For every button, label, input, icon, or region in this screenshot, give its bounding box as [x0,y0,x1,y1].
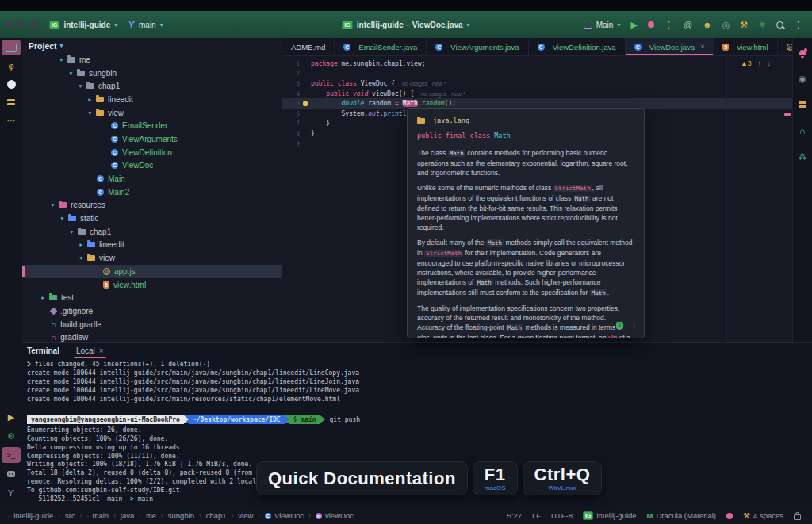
project-widget[interactable]: IG intellij-guide ▾ [49,21,117,29]
tree-item-main[interactable]: CMain [22,172,282,186]
tree-item-view[interactable]: ▾view [22,251,282,265]
tree-chevron-icon[interactable]: ▸ [40,294,47,301]
gradle-icon[interactable]: ∩ [793,122,812,140]
tree-item-me[interactable]: ▾me [22,53,282,67]
breadcrumb-me[interactable]: me [146,511,156,520]
tree-chevron-icon[interactable]: ▾ [68,228,75,235]
ai-assistant-icon[interactable]: @ [684,21,692,29]
tab-adme-md[interactable]: ADME.md [282,38,335,55]
tree-item-lineedit[interactable]: ▸lineedit [22,239,282,252]
settings-icon[interactable]: ⚙ [2,427,21,445]
more-icon[interactable]: ⋯ [2,112,21,129]
quick-documentation-popup[interactable]: java.lang public final class Math The cl… [407,108,645,338]
terminal-tab-local[interactable]: Local × [74,343,106,358]
debug-button[interactable] [648,21,654,28]
project-icon[interactable] [2,39,21,56]
scrollbar-error-stripe[interactable] [784,113,791,116]
git-icon[interactable]: ϒ [2,484,21,502]
accent-color-dot[interactable] [726,513,733,519]
breadcrumb-main[interactable]: ·main [86,511,109,520]
vcs-branch-widget[interactable]: ϒ main ▾ [128,21,163,29]
tree-item-static[interactable]: ▾static [22,212,282,225]
inspections-widget[interactable]: ▲3 ↑ ↓ [741,59,771,67]
structure-icon[interactable] [2,94,21,111]
breadcrumb-intellijguide[interactable]: ·intellij-guide [8,511,53,520]
lock-icon[interactable] [794,514,801,520]
tab-viewdoc-java[interactable]: CViewDoc.java× [626,38,714,55]
tree-item-viewdefinition[interactable]: CViewDefinition [22,146,282,159]
tree-item-viewdoc[interactable]: CViewDoc [22,159,282,173]
code-with-me-icon[interactable]: ☻ [703,21,712,29]
tree-item-viewarguments[interactable]: CViewArguments [22,132,282,146]
breadcrumb-sungbin[interactable]: sungbin [168,511,194,520]
prev-problem-arrow[interactable]: ↑ [758,59,761,67]
breadcrumb-view[interactable]: view [238,511,253,520]
github-icon[interactable] [2,75,21,93]
doc-source-icon[interactable]: ≡ [616,322,623,329]
kebab-menu-icon[interactable]: ⋮ [794,21,802,29]
problems-icon[interactable] [2,465,21,483]
line-ending-widget[interactable]: LF [532,511,541,520]
more-run-actions-button[interactable]: ⋮ [665,21,673,29]
tree-chevron-icon[interactable]: ▾ [78,254,85,262]
tree-chevron-icon[interactable]: ▾ [67,70,75,77]
tree-item-resources[interactable]: ▾resources [22,199,282,212]
project-widget-status[interactable]: IG intellij-guide [583,511,637,520]
run-icon[interactable]: ▶ [2,408,21,426]
search-everywhere-icon[interactable] [776,21,783,29]
breadcrumb-viewdoc[interactable]: CViewDoc [265,511,304,520]
notifications-icon[interactable] [793,44,812,61]
project-panel-header[interactable]: Project ▾ [22,38,282,53]
doc-more-options-icon[interactable]: ⋮ [630,320,638,330]
terminal-prompt-line[interactable]: yangseongbin@yangseongbin-ui-MacBookPro~… [27,414,812,425]
tree-item-main2[interactable]: CMain2 [22,186,282,199]
tree-item-lineedit[interactable]: ▸lineedit [22,93,282,106]
window-close-button[interactable] [5,21,13,29]
run-configuration-widget[interactable]: Main ▾ [584,21,621,29]
tree-chevron-icon[interactable]: ▾ [58,56,65,63]
profiler-icon[interactable]: ⚛ [758,21,766,29]
terminal-tab-close-icon[interactable]: × [99,346,104,355]
breadcrumb-chap1[interactable]: chap1 [206,511,227,520]
database-icon[interactable] [793,96,812,113]
tree-item-chap1[interactable]: ▾chap1 [22,79,282,93]
tab-viewarguments-java[interactable]: CViewArguments.java [427,38,528,55]
dependencies-icon[interactable]: ⁂ [793,148,812,166]
run-button[interactable]: ▶ [630,21,637,29]
ai-chat-icon[interactable]: ◉ [793,70,812,87]
next-problem-arrow[interactable]: ↓ [768,59,771,67]
tree-item-appjs[interactable]: @app.js [22,265,282,278]
encoding-widget[interactable]: UTF-8 [551,511,573,520]
tree-item-test[interactable]: ▸test [22,291,282,304]
tree-chevron-icon[interactable]: ▾ [49,201,56,208]
tab-emailsender-java[interactable]: CEmailSender.java [335,38,427,55]
tree-item-gitignore[interactable]: .gitignore [22,304,282,318]
breadcrumb-viewdoc[interactable]: mviewDoc [316,511,354,520]
window-minimize-button[interactable] [17,21,25,29]
commit-icon[interactable]: φ [2,57,21,75]
tab-viewdefinition-java[interactable]: CViewDefinition.java [529,38,626,55]
tree-chevron-icon[interactable]: ▾ [86,109,94,117]
tree-item-chap1[interactable]: ▾chap1 [22,225,282,239]
tree-item-emailsender[interactable]: CEmailSender [22,119,282,132]
tree-chevron-icon[interactable]: ▾ [77,82,84,90]
breadcrumb-java[interactable]: java [121,511,134,520]
tab-view-html[interactable]: 5view.html [714,38,777,55]
theme-widget[interactable]: M Dracula (Material) [647,511,716,520]
screen-record-icon[interactable]: ◎ [722,21,730,29]
window-zoom-button[interactable] [30,21,38,29]
tree-item-viewhtml[interactable]: 5view.html [22,278,282,292]
breadcrumb-src[interactable]: src [65,511,75,520]
caret-position-widget[interactable]: 5:27 [508,511,523,520]
indent-widget[interactable]: ⚒ 4 spaces [743,511,783,520]
build-tools-icon[interactable]: ⚒ [740,21,748,29]
tab-close-icon[interactable]: × [700,43,704,51]
tree-item-buildgradle[interactable]: ∩build.gradle [22,318,282,331]
tree-chevron-icon[interactable]: ▸ [78,241,85,248]
tree-item-view[interactable]: ▾view [22,106,282,120]
intention-bulb-icon[interactable] [303,101,308,106]
tree-chevron-icon[interactable]: ▾ [59,215,66,222]
tree-item-sungbin[interactable]: ▾sungbin [22,67,282,80]
tree-chevron-icon[interactable]: ▸ [86,96,94,103]
terminal-icon[interactable]: >_ [2,446,21,464]
